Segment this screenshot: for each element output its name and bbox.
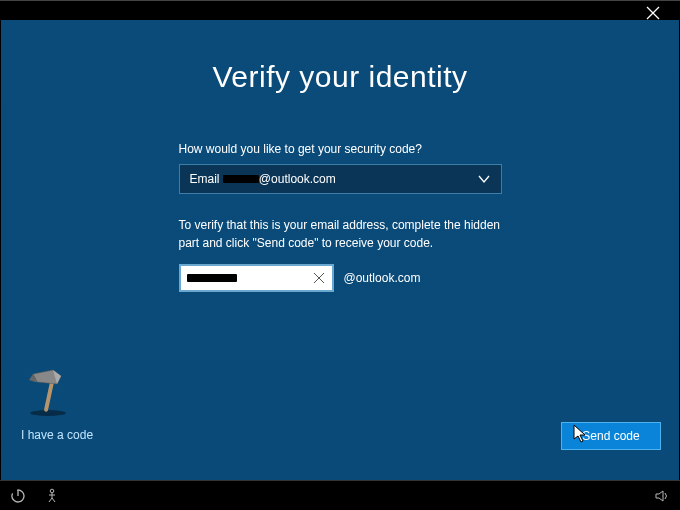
email-hidden-part-input[interactable] bbox=[179, 264, 334, 292]
select-domain: @outlook.com bbox=[259, 172, 336, 186]
form-area: How would you like to get your security … bbox=[179, 142, 502, 292]
email-input-row: @outlook.com bbox=[179, 264, 502, 292]
ease-of-access-icon[interactable] bbox=[44, 488, 60, 504]
page-title: Verify your identity bbox=[100, 60, 580, 94]
taskbar bbox=[0, 480, 680, 510]
select-prefix: Email bbox=[190, 172, 220, 186]
svg-rect-5 bbox=[44, 380, 55, 412]
have-code-link[interactable]: I have a code bbox=[21, 428, 93, 442]
clear-icon bbox=[312, 271, 326, 285]
send-code-button[interactable]: Send code bbox=[561, 422, 661, 450]
close-icon bbox=[646, 6, 660, 20]
prompt-label: How would you like to get your security … bbox=[179, 142, 502, 156]
window-top-border bbox=[0, 0, 680, 1]
email-suffix: @outlook.com bbox=[344, 271, 421, 285]
power-icon[interactable] bbox=[10, 488, 26, 504]
verification-method-select[interactable]: Email @outlook.com bbox=[179, 164, 502, 194]
select-masked bbox=[223, 175, 259, 183]
instruction-text: To verify that this is your email addres… bbox=[179, 216, 502, 252]
main-panel: Verify your identity How would you like … bbox=[1, 20, 679, 480]
svg-point-8 bbox=[50, 489, 54, 493]
hammer-icon bbox=[23, 366, 73, 416]
send-code-label: Send code bbox=[582, 429, 639, 443]
volume-icon[interactable] bbox=[654, 488, 670, 504]
chevron-down-icon bbox=[477, 172, 491, 189]
content-area: Verify your identity How would you like … bbox=[100, 20, 580, 292]
svg-point-4 bbox=[30, 410, 66, 416]
clear-input-button[interactable] bbox=[312, 271, 326, 288]
